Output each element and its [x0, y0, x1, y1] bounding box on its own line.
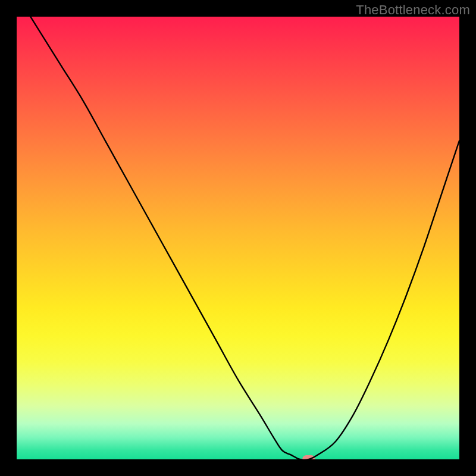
- chart-container: TheBottleneck.com: [0, 0, 476, 476]
- watermark-text: TheBottleneck.com: [356, 2, 470, 18]
- bottleneck-curve: [17, 17, 459, 459]
- plot-area: [17, 17, 459, 459]
